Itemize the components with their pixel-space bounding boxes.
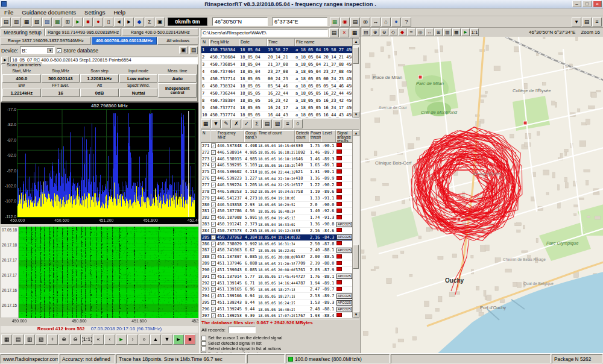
table-row[interactable]: 292✓451.1391456.7118.05.05 14:16:4447871… [201, 280, 359, 287]
row-checkbox[interactable]: ✓ [211, 222, 216, 227]
row-checkbox[interactable]: ✓ [211, 254, 216, 259]
menu-item-guidance-documents[interactable]: Guidance documents [17, 9, 80, 16]
row-checkbox[interactable]: ✓ [211, 235, 216, 240]
refresh-icon[interactable]: ○ [293, 119, 303, 128]
print-icon[interactable]: ▦ [22, 17, 31, 27]
table-row[interactable]: 279✓446.5412374.27318.05.04 19:10:051.33… [201, 195, 359, 202]
table-row[interactable]: 282✓450.1879085.99118.05.04 19:45:131.74… [201, 215, 359, 221]
table-row[interactable]: 273✓446.5389154.98518.05.05 16:18:166461… [201, 156, 359, 163]
file-row[interactable]: 8450.73838418_05_0516_23_42a_18_05_05 16… [201, 97, 359, 104]
table-row[interactable]: 277✓446.5392241.20518.05.04 22:25:265171… [201, 182, 359, 189]
folder-icon[interactable]: ▤ [329, 28, 339, 37]
stop-button[interactable]: ■ [185, 334, 195, 345]
table-row[interactable]: 291✓451.1379145.7718.05.05 17:45:4547271… [201, 274, 359, 280]
wave-path-input[interactable]: C:\Users\a\RInspector\WAVE\ [201, 29, 328, 37]
apco25-badge[interactable]: APCO25 [336, 274, 352, 279]
row-checkbox[interactable]: ✓ [211, 209, 216, 213]
status-website[interactable]: www.RadioInspector.com [1, 354, 58, 363]
table-row[interactable]: 297✓451.1392539.3918.05.05 17:07:2017671… [201, 313, 359, 319]
check-all-icon[interactable]: ✓ [242, 119, 251, 128]
scan-param-value[interactable]: Nuttal [119, 89, 158, 97]
grid-icon[interactable]: ⊞ [434, 28, 443, 36]
record-file-icon[interactable] [336, 267, 342, 271]
follow-gps-icon[interactable]: ► [461, 28, 470, 36]
minimize-button[interactable]: – [572, 1, 581, 7]
zoom-out-icon[interactable]: ⊖ [380, 28, 388, 36]
help-icon[interactable]: ? [402, 17, 411, 27]
row-checkbox[interactable]: ✓ [211, 274, 216, 279]
map-icon[interactable]: ▦ [330, 17, 339, 27]
record-file-icon[interactable] [336, 163, 342, 167]
next-record-icon[interactable]: › [127, 334, 138, 345]
table-row[interactable]: 274✓446.5392955.10318.05.05 16:18:291401… [201, 163, 359, 169]
scan-param-value[interactable]: 400.0 [2, 74, 41, 83]
save-map-icon[interactable]: ▥ [443, 28, 452, 36]
file-row[interactable]: 6450.73832418_05_0505_54_46a_18_05_05 05… [201, 83, 359, 90]
scale-label[interactable]: 1:1 [470, 28, 479, 36]
table-row[interactable]: 285✓450.7379634.38418.05.04 19:14:05322.… [201, 234, 359, 241]
chevron-down-icon[interactable]: ▼ [47, 48, 53, 53]
record-file-icon[interactable] [336, 202, 342, 206]
file-row[interactable]: 1450.73838418_05_0419_58_27a_18_05_04 19… [201, 46, 359, 54]
save-icon[interactable]: ▥ [11, 17, 21, 27]
apco25-badge[interactable]: APCO25 [336, 248, 352, 253]
row-checkbox[interactable]: ✓ [211, 300, 216, 305]
map-poi-marker[interactable] [523, 121, 527, 125]
row-checkbox[interactable]: ✓ [211, 183, 216, 187]
panel-icon[interactable]: ▤ [582, 17, 592, 27]
delete-icon[interactable]: ✗ [232, 119, 241, 128]
apco25-badge[interactable]: APCO25 [336, 234, 352, 240]
record-file-icon[interactable] [336, 195, 342, 199]
table-row[interactable]: 290✓451.1390436.08518.05.05 20:08:085761… [201, 267, 359, 274]
file-row[interactable]: 3450.73685418_05_0421_37_08a_18_05_04 21… [201, 61, 359, 68]
layers-icon[interactable]: ▤ [350, 17, 360, 27]
scan-param-value[interactable]: 1.2214kHz [2, 89, 41, 97]
table-row[interactable]: 287✓450.7410636.6218.05.05 16:22:022.40-… [201, 248, 359, 254]
record-icon[interactable]: ● [93, 17, 103, 27]
record-file-icon[interactable] [336, 176, 342, 180]
layers-icon[interactable]: ▤ [362, 28, 370, 36]
sum-icon[interactable]: Σ [252, 119, 262, 128]
export-icon[interactable]: ▧ [32, 17, 42, 27]
file-row[interactable]: 7450.73624418_05_0516_22_44a_18_05_05 16… [201, 90, 359, 97]
cursor-icon[interactable]: + [47, 334, 58, 345]
range-button-1[interactable]: Range 910.714493-986.020818MHz [45, 28, 122, 36]
spectrum-plot[interactable] [17, 110, 195, 217]
scrollbar-thumb[interactable] [353, 245, 359, 269]
signal-table-scrollbar[interactable]: ▲ ▼ [352, 130, 359, 318]
menu-icon[interactable]: ≡ [592, 17, 602, 27]
file-row[interactable]: 5450.73771418_05_0500_24_23a_18_05_05 00… [201, 75, 359, 83]
device-select[interactable]: B:▼ [20, 46, 55, 54]
record-file-icon[interactable] [336, 215, 342, 219]
apco25-badge[interactable]: APCO25 [336, 293, 352, 299]
file-row[interactable]: 2450.73868418_05_0420_14_21a_18_05_04 20… [201, 54, 359, 61]
scroll-down-icon[interactable]: ▼ [353, 312, 359, 318]
marker-icon[interactable]: ◆ [398, 28, 406, 36]
table-row[interactable]: 293✓451.1391656.9618.05.05 18:27:182.47-… [201, 287, 359, 293]
open-file-icon[interactable]: ▤ [1, 17, 11, 27]
table-row[interactable]: 281✓450.1877864.5618.05.05 16:40:341.40-… [201, 208, 359, 215]
up-icon[interactable]: ▲ [150, 334, 161, 345]
row-checkbox[interactable]: ✓ [211, 215, 216, 220]
record-file-icon[interactable] [336, 241, 342, 245]
sum-icon[interactable]: Σ [145, 17, 154, 27]
table-row[interactable]: 271✓446.5378484.49818.05.03 10:15:063301… [201, 143, 359, 149]
map-poi-marker[interactable] [457, 218, 461, 221]
table-row[interactable]: 288✓451.1378976.08518.05.05 20:08:096537… [201, 254, 359, 260]
table-row[interactable]: 295✓451.1392439.4418.05.05 16:24:271.53-… [201, 300, 359, 306]
table-row[interactable]: 272✓446.5389144.98518.05.05 16:18:231092… [201, 149, 359, 156]
row-checkbox[interactable]: ✓ [211, 313, 216, 318]
database-open-button[interactable]: ▤ [189, 46, 198, 54]
print-trace-icon[interactable]: ▥ [24, 334, 35, 345]
play-icon[interactable]: ► [116, 334, 127, 345]
table-view-icon[interactable]: ⊞ [63, 17, 72, 27]
row-checkbox[interactable]: ✓ [211, 196, 216, 201]
waterfall-view-icon[interactable]: ▩ [52, 17, 62, 27]
ruler-icon[interactable]: ↔ [371, 17, 380, 27]
row-checkbox[interactable]: ✓ [211, 261, 216, 266]
row-checkbox[interactable]: ✓ [211, 281, 216, 286]
start-button[interactable]: ► [173, 334, 184, 345]
record-file-icon[interactable] [336, 261, 342, 265]
record-file-icon[interactable] [336, 143, 342, 147]
filter-icon[interactable]: ▼ [211, 119, 221, 128]
